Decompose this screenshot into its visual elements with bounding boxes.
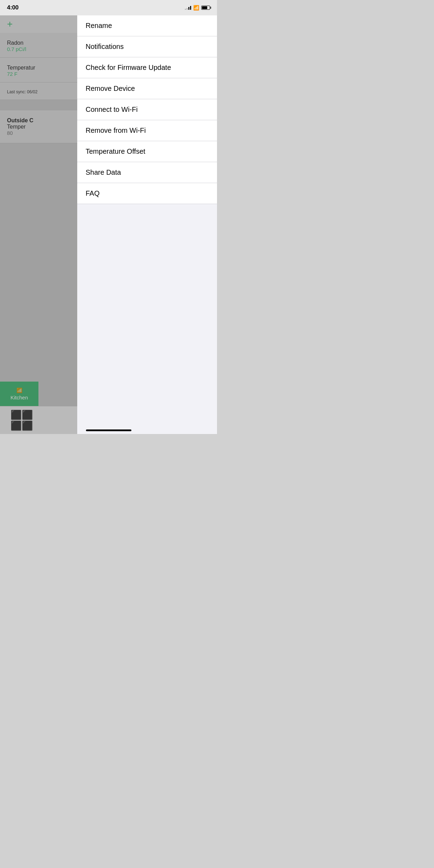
menu-item-label-faq: FAQ xyxy=(86,189,100,197)
wifi-icon: 📶 xyxy=(193,5,199,10)
menu-item-notifications[interactable]: Notifications xyxy=(77,36,217,57)
menu-item-label-remove-device: Remove Device xyxy=(86,85,135,92)
menu-item-connect-wifi[interactable]: Connect to Wi-Fi xyxy=(77,99,217,120)
drawer-bottom-space xyxy=(77,204,217,434)
menu-item-label-notifications: Notifications xyxy=(86,43,124,50)
menu-item-label-check-firmware: Check for Firmware Update xyxy=(86,64,171,71)
drawer-menu: RenameNotificationsCheck for Firmware Up… xyxy=(77,15,217,434)
battery-icon xyxy=(201,6,210,10)
menu-item-label-rename: Rename xyxy=(86,22,112,29)
status-time: 4:00 xyxy=(7,4,19,11)
status-bar: 4:00 📶 xyxy=(0,0,217,15)
menu-item-faq[interactable]: FAQ xyxy=(77,183,217,204)
menu-item-share-data[interactable]: Share Data xyxy=(77,162,217,183)
menu-item-label-share-data: Share Data xyxy=(86,168,121,176)
signal-icon xyxy=(185,6,191,10)
menu-item-rename[interactable]: Rename xyxy=(77,15,217,36)
signal-bar-1 xyxy=(185,9,186,10)
menu-item-temperature-offset[interactable]: Temperature Offset xyxy=(77,141,217,162)
home-indicator xyxy=(86,429,131,431)
menu-item-check-firmware[interactable]: Check for Firmware Update xyxy=(77,57,217,78)
menu-item-label-remove-wifi: Remove from Wi-Fi xyxy=(86,126,146,134)
signal-bar-4 xyxy=(190,6,191,10)
menu-item-label-temperature-offset: Temperature Offset xyxy=(86,147,145,155)
menu-list: RenameNotificationsCheck for Firmware Up… xyxy=(77,15,217,204)
signal-bar-2 xyxy=(187,8,188,10)
menu-item-remove-wifi[interactable]: Remove from Wi-Fi xyxy=(77,120,217,141)
menu-item-label-connect-wifi: Connect to Wi-Fi xyxy=(86,106,138,113)
status-icons: 📶 xyxy=(185,5,210,10)
signal-bar-3 xyxy=(188,7,189,10)
battery-fill xyxy=(202,6,207,9)
menu-item-remove-device[interactable]: Remove Device xyxy=(77,78,217,99)
